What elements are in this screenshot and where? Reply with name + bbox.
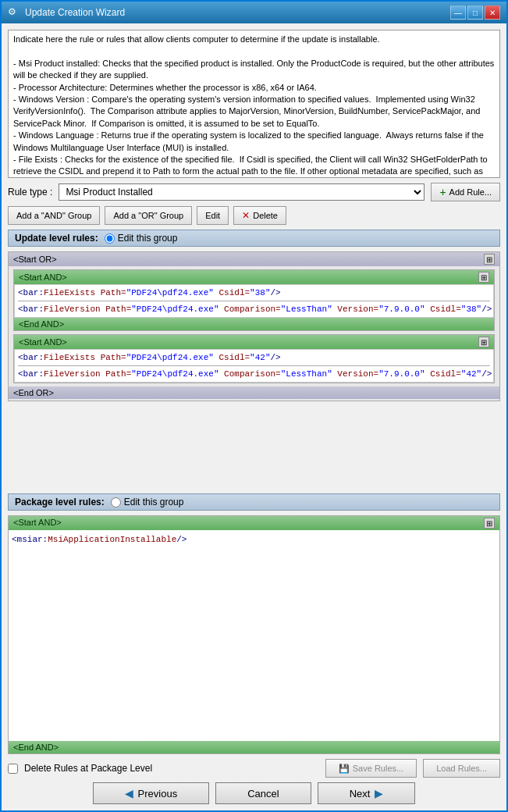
delete-label: Delete (253, 211, 278, 220)
and-header-2: <Start AND> ⊞ (14, 335, 494, 349)
and-start-label-2: <Start AND> (19, 337, 67, 347)
next-arrow-icon: ▶ (375, 787, 383, 800)
and-start-label-1: <Start AND> (19, 272, 67, 282)
delete-rules-checkbox[interactable] (8, 764, 18, 774)
title-bar-left: ⚙ Update Creation Wizard (8, 6, 125, 19)
package-and-start-label: <Start AND> (13, 518, 62, 529)
delete-button[interactable]: ✕ Delete (233, 206, 286, 225)
rule-lines-2: <bar:FileExists Path="PDF24\pdf24.exe" C… (14, 349, 494, 383)
rule-line-2-2: <bar:FileVersion Path="PDF24\pdf24.exe" … (18, 368, 490, 380)
update-level-label: Update level rules: (15, 233, 98, 244)
rule-line-1-2: <bar:FileVersion Path="PDF24\pdf24.exe" … (18, 303, 490, 315)
update-level-header: Update level rules: Edit this group (8, 230, 500, 247)
main-content: Indicate here the rule or rules that all… (2, 23, 506, 810)
and-expand-button-2[interactable]: ⊞ (478, 337, 489, 347)
update-level-rules-area: <Start OR> ⊞ <Start AND> ⊞ <bar:FileExis… (8, 251, 500, 489)
package-and-header: <Start AND> ⊞ (9, 516, 499, 530)
add-and-group-button[interactable]: Add a "AND" Group (8, 206, 100, 225)
delete-row: Delete Rules at Package Level 💾 Save Rul… (8, 759, 500, 778)
next-label: Next (350, 788, 371, 800)
package-and-footer: <End AND> (9, 741, 499, 753)
minimize-button[interactable]: — (450, 5, 466, 20)
edit-this-group-radio[interactable] (105, 233, 115, 244)
maximize-button[interactable]: □ (467, 5, 483, 20)
end-or-label: <End OR> (9, 386, 499, 399)
cancel-button[interactable]: Cancel (215, 782, 311, 804)
title-bar: ⚙ Update Creation Wizard — □ ✕ (2, 2, 506, 23)
package-rules-area: <Start AND> ⊞ <msiar:MsiApplicationInsta… (8, 515, 500, 754)
delete-icon: ✕ (242, 210, 250, 221)
previous-button[interactable]: ◀ Previous (93, 782, 210, 804)
rule-type-row: Rule type : Msi Product Installed File E… (8, 183, 500, 201)
close-button[interactable]: ✕ (485, 5, 500, 20)
rule-lines-1: <bar:FileExists Path="PDF24\pdf24.exe" C… (14, 284, 494, 318)
add-rule-label: Add Rule... (449, 187, 492, 197)
and-block-2: <Start AND> ⊞ <bar:FileExists Path="PDF2… (13, 334, 495, 383)
rule-type-select[interactable]: Msi Product Installed File Exists Window… (59, 183, 425, 201)
edit-this-group-text: Edit this group (118, 233, 178, 244)
window-icon: ⚙ (8, 6, 20, 19)
package-edit-group-text: Edit this group (124, 497, 184, 508)
save-icon: 💾 (339, 764, 350, 774)
package-rule-line: <msiar:MsiApplicationInstallable/> (12, 533, 496, 546)
save-rules-label: Save Rules... (353, 764, 403, 773)
window-title: Update Creation Wizard (25, 7, 125, 18)
title-bar-buttons: — □ ✕ (450, 5, 500, 20)
package-edit-group-radio-label[interactable]: Edit this group (111, 497, 184, 508)
package-level-label: Package level rules: (15, 497, 105, 508)
rule-line-1-1: <bar:FileExists Path="PDF24\pdf24.exe" C… (18, 287, 490, 299)
previous-label: Previous (138, 788, 178, 800)
add-or-group-button[interactable]: Add a "OR" Group (105, 206, 192, 225)
rule-type-label: Rule type : (8, 187, 52, 198)
and-block-1: <Start AND> ⊞ <bar:FileExists Path="PDF2… (13, 269, 495, 331)
toolbar-row: Add a "AND" Group Add a "OR" Group Edit … (8, 206, 500, 225)
rule-line-2-1: <bar:FileExists Path="PDF24\pdf24.exe" C… (18, 351, 490, 364)
package-and-end-label: <End AND> (13, 743, 59, 752)
edit-button[interactable]: Edit (197, 206, 229, 225)
package-and-expand-button[interactable]: ⊞ (484, 518, 495, 529)
package-level-header: Package level rules: Edit this group (8, 493, 500, 511)
load-rules-label: Load Rules... (436, 764, 487, 773)
nav-row: ◀ Previous Cancel Next ▶ (8, 782, 500, 804)
info-text: Indicate here the rule or rules that all… (13, 34, 496, 178)
package-content-area: <msiar:MsiApplicationInstallable/> (9, 530, 499, 741)
next-button[interactable]: Next ▶ (318, 782, 416, 804)
edit-this-group-radio-label[interactable]: Edit this group (105, 233, 178, 244)
or-expand-button[interactable]: ⊞ (484, 254, 495, 265)
main-window: ⚙ Update Creation Wizard — □ ✕ Indicate … (0, 0, 508, 812)
or-block: <Start OR> ⊞ <Start AND> ⊞ <bar:FileExis… (8, 251, 500, 401)
add-rule-button[interactable]: + Add Rule... (431, 183, 500, 201)
package-edit-group-radio[interactable] (111, 497, 121, 508)
or-start-label: <Start OR> (13, 255, 57, 264)
add-rule-icon: + (439, 186, 446, 198)
delete-rules-label: Delete Rules at Package Level (24, 763, 152, 774)
and-expand-button-1[interactable]: ⊞ (478, 272, 489, 283)
and-header-1: <Start AND> ⊞ (14, 270, 494, 284)
info-text-box: Indicate here the rule or rules that all… (8, 30, 500, 178)
bottom-area: Delete Rules at Package Level 💾 Save Rul… (8, 759, 500, 804)
previous-arrow-icon: ◀ (125, 787, 133, 800)
save-rules-button[interactable]: 💾 Save Rules... (325, 759, 417, 778)
load-rules-button[interactable]: Load Rules... (423, 759, 500, 778)
or-header: <Start OR> ⊞ (9, 252, 499, 266)
and-footer-1: <End AND> (14, 318, 494, 330)
